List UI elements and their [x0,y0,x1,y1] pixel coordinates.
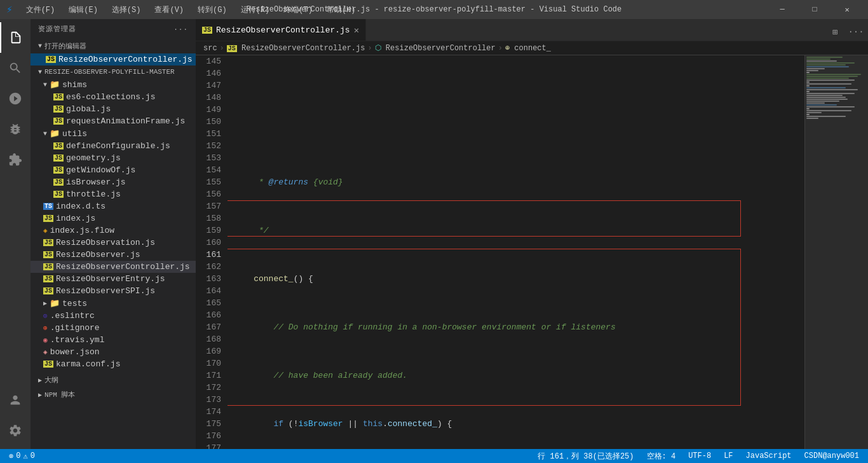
sidebar-more-icon[interactable]: ··· [173,25,188,33]
activity-bar-git[interactable] [0,83,31,114]
activity-bar-extensions[interactable] [0,144,31,175]
file-throttle[interactable]: JS throttle.js [31,188,196,200]
tab-close-button[interactable]: ✕ [354,25,359,36]
karma-label: karma.conf.js [56,359,120,369]
activity-bar-account[interactable] [0,385,31,415]
git-file-icon: ⊛ [43,324,48,332]
ib-icon: JS [53,179,64,186]
file-resizeobsctrl[interactable]: JS ResizeObserverController.js [31,261,196,273]
eol-text: LF [724,452,733,460]
activity-bar-debug[interactable] [0,114,31,144]
open-editors-section[interactable]: ▼ 打开的编辑器 [31,39,196,53]
ln-165: 165 [196,297,221,309]
indentation[interactable]: 空格: 4 [644,451,679,462]
error-count[interactable]: ⊗ 0 ⚠ 0 [6,452,37,461]
warning-num: 0 [31,452,35,460]
file-isBrowser[interactable]: JS isBrowser.js [31,176,196,188]
npm-chevron: ▶ [38,391,42,399]
encoding[interactable]: UTF-8 [686,452,714,460]
watermark: CSDN@anyw001 [802,452,862,460]
maximize-button[interactable]: □ [800,0,829,19]
more-actions-button[interactable]: ··· [847,23,865,41]
tab-js-icon: JS [202,27,212,34]
file-resizeobserver[interactable]: JS ResizeObserver.js [31,249,196,261]
outline-section[interactable]: ▶ 大纲 [31,373,196,387]
encoding-text: UTF-8 [688,452,711,460]
minimize-button[interactable]: ─ [768,0,797,19]
breadcrumb: src › JS ResizeObserverController.js › ⬡… [196,41,868,55]
minimap[interactable] [804,55,868,449]
npm-label: NPM 脚本 [44,390,75,399]
ln-177: 177 [196,442,221,449]
menu-file[interactable]: 文件(F) [22,3,59,17]
file-travis[interactable]: ◉ .travis.yml [31,334,196,346]
gwo-icon: JS [53,167,64,174]
menu-edit[interactable]: 编辑(E) [65,3,102,17]
file-raf[interactable]: JS requestAnimationFrame.js [31,115,196,127]
folder-utils[interactable]: ▼ 📁 utils [31,127,196,140]
file-indexflow[interactable]: ◈ index.js.flow [31,225,196,237]
global-icon: JS [53,106,64,113]
menu-select[interactable]: 选择(S) [108,3,145,17]
global-label: global.js [66,104,111,114]
file-eslintrc[interactable]: ⊙ .eslintrc [31,310,196,322]
language-text: JavaScript [746,452,792,460]
file-global[interactable]: JS global.js [31,103,196,115]
activity-bar-search[interactable] [0,53,31,83]
breadcrumb-src[interactable]: src [203,44,217,53]
breadcrumb-class-icon: ⬡ [375,44,381,53]
ln-157: 157 [196,200,221,212]
shims-chevron: ▼ [43,81,47,88]
ros-icon: JS [43,287,53,294]
code-line-147: connect_() { [234,273,804,285]
file-getWindowOf[interactable]: JS getWindowOf.js [31,164,196,176]
ln-146: 146 [196,67,221,79]
file-indexdts[interactable]: TS index.d.ts [31,200,196,212]
watermark-text: CSDN@anyw001 [804,452,859,460]
file-es6[interactable]: JS es6-collections.js [31,91,196,103]
ln-161: 161 [196,249,221,261]
code-editor[interactable]: 145 146 147 148 149 150 151 152 153 154 … [196,55,868,449]
file-resizeobsentry[interactable]: JS ResizeObserverEntry.js [31,273,196,285]
file-resizeobsspi[interactable]: JS ResizeObserverSPI.js [31,285,196,297]
menu-view[interactable]: 查看(V) [151,3,187,17]
file-geometry[interactable]: JS geometry.js [31,152,196,164]
ln-148: 148 [196,92,221,104]
open-file-icon: JS [46,56,56,63]
file-indexjs[interactable]: JS index.js [31,212,196,225]
breadcrumb-class[interactable]: ⬡ ResizeObserverController [375,43,496,53]
cursor-position[interactable]: 行 161，列 38(已选择25) [535,451,636,462]
resizeobsctrl-label: ResizeObserverController.js [56,262,190,272]
menu-goto[interactable]: 转到(G) [194,3,231,17]
travis-label: .travis.yml [50,335,105,345]
breadcrumb-js-icon: JS [227,45,237,52]
ln-170: 170 [196,357,221,370]
folder-shims[interactable]: ▼ 📁 shims [31,78,196,91]
file-karma[interactable]: JS karma.conf.js [31,358,196,370]
file-resizeobs[interactable]: JS ResizeObservation.js [31,237,196,249]
split-editor-button[interactable]: ⊞ [826,23,844,41]
roe-icon: JS [43,275,53,282]
code-content[interactable]: * @returns {void} */ connect_() { // Do … [227,55,804,449]
ln-149: 149 [196,104,221,116]
breadcrumb-file[interactable]: JS ResizeObserverController.js [227,44,365,53]
sidebar-sections-bottom: ▶ 大纲 ▶ NPM 脚本 [31,373,196,402]
language-mode[interactable]: JavaScript [743,452,794,460]
activity-bar-settings[interactable] [0,415,31,446]
folder-tests[interactable]: ▶ 📁 tests [31,297,196,310]
tab-main[interactable]: JS ResizeObserverController.js ✕ [196,19,366,41]
open-file-item[interactable]: JS ResizeObserverController.js src [31,53,196,66]
breadcrumb-method[interactable]: ⊕ connect_ [505,43,551,53]
file-bower[interactable]: ◈ bower.json [31,346,196,358]
file-gitignore[interactable]: ⊛ .gitignore [31,322,196,334]
eol[interactable]: LF [721,452,735,460]
activity-bar-explorer[interactable] [0,22,31,53]
es6-label: es6-collections.js [66,92,155,102]
root-section[interactable]: ▼ RESIZE-OBSERVER-POLYFILL-MASTER [31,66,196,78]
outline-chevron: ▶ [38,377,42,384]
status-bar-left: ⊗ 0 ⚠ 0 [6,452,37,461]
file-defineConfigurable[interactable]: JS defineConfigurable.js [31,140,196,152]
activity-bar-bottom [0,385,31,449]
npm-section[interactable]: ▶ NPM 脚本 [31,387,196,402]
close-button[interactable]: ✕ [832,0,862,19]
